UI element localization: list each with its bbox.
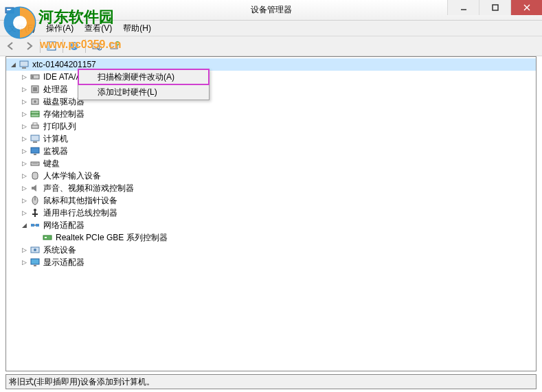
context-add-legacy[interactable]: 添加过时硬件(L) (78, 84, 209, 100)
svg-rect-41 (31, 224, 34, 227)
hid-icon (30, 170, 41, 181)
tree-item-label: 计算机 (43, 133, 68, 145)
minimize-button[interactable] (447, 0, 479, 15)
toolbar-separator (85, 39, 86, 53)
svg-rect-35 (32, 172, 38, 179)
printer-icon (30, 121, 41, 132)
toolbar-separator (63, 39, 63, 53)
context-menu: 扫描检测硬件改动(A) 添加过时硬件(L) (78, 69, 210, 100)
expand-icon[interactable]: ▷ (20, 246, 28, 254)
svg-rect-30 (33, 141, 37, 143)
svg-rect-45 (45, 237, 47, 238)
tree-item[interactable]: ▷鼠标和其他指针设备 (6, 194, 536, 207)
forward-button[interactable] (21, 38, 37, 54)
tree-item-label: 显示适配器 (43, 257, 84, 268)
usb-icon (30, 207, 41, 218)
statusbar-text: 将旧式(非即插即用)设备添加到计算机。 (9, 376, 155, 388)
svg-rect-44 (43, 235, 52, 240)
add-hardware-button[interactable]: + (106, 38, 123, 54)
tree-item[interactable]: ▷人体学输入设备 (6, 170, 536, 182)
expand-icon[interactable]: ▷ (20, 209, 28, 217)
tree-item[interactable]: ▷声音、视频和游戏控制器 (6, 182, 536, 194)
statusbar: 将旧式(非即插即用)设备添加到计算机。 (5, 374, 537, 389)
expand-icon[interactable]: ▷ (20, 196, 28, 205)
expand-icon[interactable]: ▷ (20, 97, 28, 106)
close-button[interactable] (510, 0, 542, 15)
svg-text:?: ? (72, 43, 76, 50)
expand-icon[interactable]: ▷ (20, 122, 28, 130)
ide-icon (30, 71, 41, 82)
svg-point-38 (34, 209, 36, 211)
toolbar-separator (40, 39, 41, 53)
svg-rect-32 (34, 154, 36, 155)
expand-icon[interactable]: ▷ (20, 184, 28, 192)
tree-item-network[interactable]: ◢ 网络适配器 (6, 219, 536, 231)
app-icon (4, 5, 15, 16)
mouse-icon (30, 195, 41, 206)
menu-view[interactable]: 查看(V) (79, 21, 117, 36)
monitor-icon (30, 146, 41, 157)
svg-rect-26 (31, 114, 39, 117)
tree-item-label: 声音、视频和游戏控制器 (43, 183, 134, 194)
menu-file[interactable]: 文件(F) (3, 21, 41, 36)
expand-icon[interactable]: ▷ (20, 258, 28, 266)
menu-help[interactable]: 帮助(H) (117, 21, 157, 36)
network-icon (30, 220, 41, 231)
expand-icon[interactable]: ▷ (20, 172, 28, 180)
expand-icon[interactable]: ▷ (20, 73, 28, 81)
svg-rect-49 (34, 265, 36, 266)
computer-icon (19, 59, 30, 70)
display-icon (30, 257, 41, 268)
tree-item-network-adapter[interactable]: Realtek PCIe GBE 系列控制器 (6, 231, 536, 244)
tree-item[interactable]: ▷存储控制器 (6, 108, 536, 120)
collapse-icon[interactable]: ◢ (9, 60, 17, 69)
collapse-icon[interactable]: ◢ (20, 221, 28, 229)
window-title: 设备管理器 (251, 4, 292, 16)
network-adapter-icon (42, 232, 53, 243)
tree-item[interactable]: ▷计算机 (6, 132, 536, 145)
expand-icon[interactable]: ▷ (20, 110, 28, 118)
menubar: 文件(F) 操作(A) 查看(V) 帮助(H) (0, 21, 542, 36)
svg-text:+: + (116, 41, 120, 47)
svg-rect-18 (22, 67, 26, 69)
tree-item[interactable]: ▷打印队列 (6, 120, 536, 132)
svg-rect-3 (7, 9, 12, 10)
svg-rect-27 (32, 125, 38, 128)
expand-icon[interactable]: ▷ (20, 85, 28, 93)
tree-item[interactable]: ▷显示适配器 (6, 256, 536, 268)
svg-rect-29 (31, 135, 39, 141)
toolbar: ? + (0, 36, 542, 56)
tree-item[interactable]: ▷键盘 (6, 157, 536, 170)
expand-icon[interactable]: ▷ (20, 147, 28, 155)
maximize-button[interactable] (479, 0, 510, 15)
context-scan-hardware[interactable]: 扫描检测硬件改动(A) (78, 69, 209, 84)
tree-item[interactable]: ▷通用串行总线控制器 (6, 207, 536, 219)
keyboard-icon (30, 158, 41, 169)
menu-action[interactable]: 操作(A) (41, 21, 79, 36)
tree-item[interactable]: ▷系统设备 (6, 244, 536, 256)
tree-item[interactable]: ▷监视器 (6, 145, 536, 157)
storage-icon (30, 108, 41, 119)
computer-icon (30, 133, 41, 144)
tree-item-label: 监视器 (43, 146, 68, 157)
context-item-label: 添加过时硬件(L) (98, 87, 157, 98)
svg-rect-28 (33, 123, 37, 125)
tree-root-label: xtc-01404201157 (32, 60, 96, 69)
device-tree-panel: ◢ xtc-01404201157 ▷IDE ATA/ATAPI 控制器▷处理器… (5, 56, 537, 371)
svg-point-24 (34, 100, 36, 103)
show-hide-button[interactable] (43, 38, 60, 54)
svg-rect-25 (31, 111, 39, 114)
scan-hardware-button[interactable] (89, 38, 105, 54)
tree-item-label: Realtek PCIe GBE 系列控制器 (56, 232, 168, 244)
tree-item-label: 处理器 (43, 84, 68, 95)
expand-icon[interactable]: ▷ (20, 159, 28, 168)
sound-icon (30, 183, 41, 194)
help-button[interactable]: ? (66, 38, 82, 54)
svg-rect-42 (36, 224, 39, 227)
back-button[interactable] (3, 38, 19, 54)
disk-icon (30, 96, 41, 107)
tree-item-label: 存储控制器 (43, 108, 84, 120)
tree-item-label: 键盘 (43, 158, 60, 170)
svg-rect-31 (31, 148, 39, 153)
expand-icon[interactable]: ▷ (20, 135, 28, 143)
